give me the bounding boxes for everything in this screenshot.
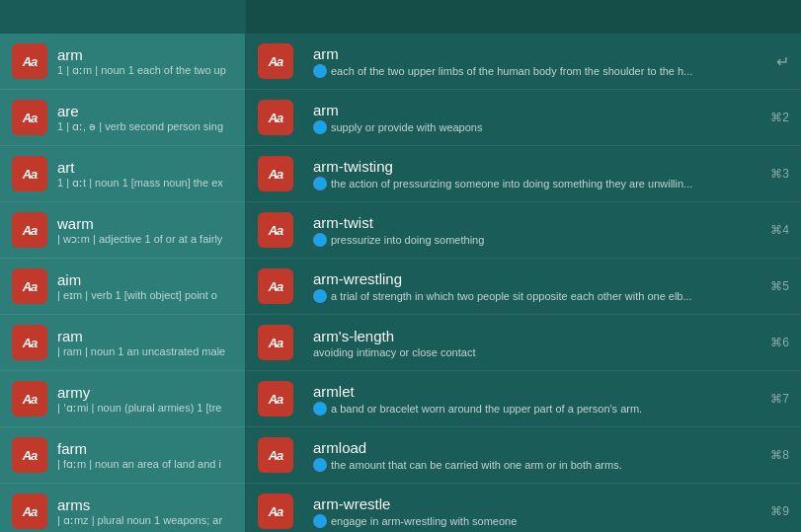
dict-icon: Aa: [12, 325, 47, 360]
right-item-word: arm's-length: [313, 328, 789, 344]
right-panel-header: [246, 0, 801, 34]
right-list-item[interactable]: Aa arm's-length avoiding intimacy or clo…: [246, 315, 801, 371]
dict-icon: Aa: [258, 100, 293, 135]
dict-icon: Aa: [12, 268, 47, 304]
shortcut-badge: ⌘3: [770, 167, 789, 181]
right-item-def: 🌐each of the two upper limbs of the huma…: [313, 64, 789, 78]
globe-icon: 🌐: [313, 458, 327, 472]
left-list-item[interactable]: Aa aim | eɪm | verb 1 [with object] poin…: [0, 259, 245, 315]
left-panel-header: [0, 0, 245, 34]
left-item-def: | ram | noun 1 an uncastrated male: [57, 345, 225, 357]
dict-icon: Aa: [258, 43, 293, 79]
right-item-def: 🌐the amount that can be carried with one…: [313, 458, 789, 472]
right-item-def: 🌐a trial of strength in which two people…: [313, 289, 789, 303]
globe-icon: 🌐: [313, 177, 327, 190]
right-item-word: armload: [313, 439, 789, 456]
left-list: Aa arm 1 | ɑːm | noun 1 each of the two …: [0, 34, 245, 532]
left-list-item[interactable]: Aa farm | fɑːm | noun an area of land an…: [0, 427, 245, 484]
right-item-def: 🌐engage in arm-wrestling with someone: [313, 514, 789, 528]
dict-icon: Aa: [258, 494, 293, 529]
left-item-word: army: [57, 384, 221, 401]
shortcut-badge: ⌘6: [770, 336, 789, 349]
right-list-item[interactable]: Aa arm 🌐supply or provide with weapons ⌘…: [246, 90, 801, 146]
shortcut-badge: ⌘5: [770, 279, 789, 293]
right-item-def: 🌐pressurize into doing something: [313, 233, 789, 247]
right-item-word: armlet: [313, 383, 789, 400]
right-item-word: arm-wrestling: [313, 270, 789, 287]
left-list-item[interactable]: Aa warm | wɔːm | adjective 1 of or at a …: [0, 202, 245, 259]
left-item-word: ram: [57, 328, 225, 344]
left-item-word: are: [57, 103, 223, 119]
left-item-def: 1 | ɑːm | noun 1 each of the two up: [57, 64, 226, 77]
left-item-word: arms: [57, 496, 222, 513]
right-list: Aa arm 🌐each of the two upper limbs of t…: [246, 34, 801, 532]
left-list-item[interactable]: Aa arm 1 | ɑːm | noun 1 each of the two …: [0, 34, 245, 90]
dict-icon: Aa: [12, 212, 47, 248]
dict-icon: Aa: [12, 156, 47, 191]
right-list-item[interactable]: Aa arm-wrestling 🌐a trial of strength in…: [246, 259, 801, 315]
left-item-word: aim: [57, 271, 217, 288]
dict-icon: Aa: [12, 100, 47, 135]
globe-icon: 🌐: [313, 402, 327, 416]
right-list-item[interactable]: Aa arm-twisting 🌐the action of pressuriz…: [246, 146, 801, 202]
left-item-word: warm: [57, 215, 222, 232]
shortcut-badge: ⌘8: [770, 448, 789, 462]
right-item-def: 🌐the action of pressurizing someone into…: [313, 177, 789, 190]
shortcut-badge: ⌘2: [770, 111, 789, 124]
right-list-item[interactable]: Aa armload 🌐the amount that can be carri…: [246, 427, 801, 484]
shortcut-badge: ⌘7: [770, 392, 789, 406]
left-list-item[interactable]: Aa art 1 | ɑːt | noun 1 [mass noun] the …: [0, 146, 245, 202]
right-item-word: arm-wrestle: [313, 495, 789, 512]
dict-icon: Aa: [258, 268, 293, 304]
dict-icon: Aa: [258, 437, 293, 473]
dict-icon: Aa: [12, 494, 47, 529]
right-item-word: arm-twisting: [313, 158, 789, 175]
right-panel: Aa arm 🌐each of the two upper limbs of t…: [246, 0, 801, 532]
shortcut-badge: ⌘9: [770, 504, 789, 518]
left-item-def: | ˈɑːmi | noun (plural armies) 1 [tre: [57, 402, 221, 415]
right-item-word: arm: [313, 45, 789, 62]
left-item-def: 1 | ɑːt | noun 1 [mass noun] the ex: [57, 177, 223, 190]
dict-icon: Aa: [258, 381, 293, 417]
left-item-def: 1 | ɑː, ə | verb second person sing: [57, 120, 223, 133]
left-panel: Aa arm 1 | ɑːm | noun 1 each of the two …: [0, 0, 245, 532]
dict-icon: Aa: [12, 381, 47, 417]
globe-icon: 🌐: [313, 289, 327, 303]
left-list-item[interactable]: Aa are 1 | ɑː, ə | verb second person si…: [0, 90, 245, 146]
left-list-item[interactable]: Aa army | ˈɑːmi | noun (plural armies) 1…: [0, 371, 245, 427]
left-item-def: | fɑːm | noun an area of land and i: [57, 458, 221, 471]
left-item-word: farm: [57, 440, 221, 457]
dict-icon: Aa: [258, 156, 293, 191]
dict-icon: Aa: [12, 437, 47, 473]
right-item-word: arm: [313, 102, 789, 118]
shortcut-badge: ⌘4: [770, 223, 789, 237]
return-icon: ↵: [776, 52, 789, 71]
left-item-def: | wɔːm | adjective 1 of or at a fairly: [57, 233, 222, 246]
right-item-def: 🌐supply or provide with weapons: [313, 120, 789, 134]
right-list-item[interactable]: Aa arm 🌐each of the two upper limbs of t…: [246, 34, 801, 90]
dict-icon: Aa: [12, 43, 47, 79]
globe-icon: 🌐: [313, 120, 327, 134]
right-item-def: 🌐a band or bracelet worn around the uppe…: [313, 402, 789, 416]
right-list-item[interactable]: Aa arm-twist 🌐pressurize into doing some…: [246, 202, 801, 259]
dict-icon: Aa: [258, 325, 293, 360]
right-list-item[interactable]: Aa arm-wrestle 🌐engage in arm-wrestling …: [246, 484, 801, 532]
right-item-word: arm-twist: [313, 214, 789, 231]
globe-icon: 🌐: [313, 64, 327, 78]
left-list-item[interactable]: Aa ram | ram | noun 1 an uncastrated mal…: [0, 315, 245, 371]
right-list-item[interactable]: Aa armlet 🌐a band or bracelet worn aroun…: [246, 371, 801, 427]
globe-icon: 🌐: [313, 233, 327, 247]
left-item-word: arm: [57, 46, 226, 63]
left-item-def: | ɑːmz | plural noun 1 weapons; ar: [57, 514, 222, 527]
right-item-def: avoiding intimacy or close contact: [313, 346, 789, 358]
dict-icon: Aa: [258, 212, 293, 248]
left-item-def: | eɪm | verb 1 [with object] point o: [57, 289, 217, 302]
left-item-word: art: [57, 159, 223, 176]
globe-icon: 🌐: [313, 514, 327, 528]
left-list-item[interactable]: Aa arms | ɑːmz | plural noun 1 weapons; …: [0, 484, 245, 532]
